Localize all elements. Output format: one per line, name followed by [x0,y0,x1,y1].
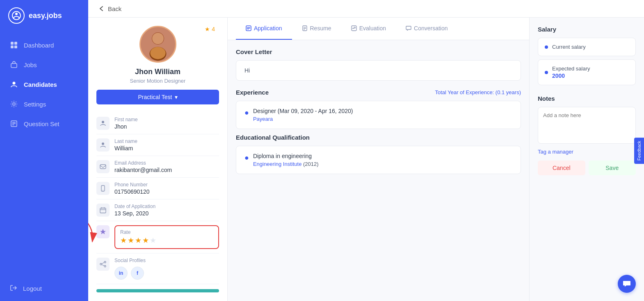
tab-application[interactable]: Application [236,18,292,40]
candidate-header: ★ 4 Jhon William Senior Motion Designer [96,26,219,104]
sidebar-item-settings[interactable]: Settings [0,94,88,114]
candidates-icon [10,80,18,88]
firstname-label: First name [114,117,219,122]
current-salary-card: Current salary [538,38,636,56]
salary-section: Salary Current salary Expected salary 20… [538,26,636,85]
logout-icon [10,284,17,293]
lastname-content: Last name William [114,138,219,152]
logout-label: Logout [23,285,42,292]
logout-button[interactable]: Logout [0,276,88,301]
bottom-bar [96,289,219,292]
cancel-button[interactable]: Cancel [538,161,585,175]
lastname-value: William [114,145,219,152]
star-1[interactable]: ★ [120,236,127,245]
person2-icon [96,138,110,152]
date-content: Date of Application 13 Sep, 2020 [114,204,219,217]
sidebar-item-label-settings: Settings [24,101,46,108]
tab-bar: Application Resume Eva [228,18,529,40]
phone-value: 01750690120 [114,188,219,195]
candidate-info: First name Jhon Last name William [96,113,219,284]
firstname-content: First name Jhon [114,117,219,130]
tab-evaluation[interactable]: Evaluation [341,18,396,40]
save-button[interactable]: Save [589,161,636,175]
info-item-email: Email Address rakibantor@gmail.com [96,156,219,178]
expected-salary-label: Expected salary [552,66,590,72]
sidebar-item-candidates[interactable]: Candidates [0,75,88,94]
tab-conversation[interactable]: Conversation [396,18,458,40]
email-icon [96,160,110,173]
rating-badge: ★ 4 [205,26,215,32]
info-item-phone: Phone Number 01750690120 [96,178,219,199]
exp-content: Designer (Mar 09, 2020 - Apr 16, 2020) P… [253,108,512,122]
experience-note: Total Year of Experience: (0.1 years) [435,89,521,95]
svg-line-32 [102,265,104,266]
star-3[interactable]: ★ [135,236,142,245]
sidebar-item-label-candidates: Candidates [24,81,57,88]
email-content: Email Address rakibantor@gmail.com [114,160,219,173]
feedback-tab[interactable]: Feedback [634,137,644,163]
star-rating[interactable]: ★ ★ ★ ★ ★ [120,236,213,245]
email-label: Email Address [114,160,219,166]
facebook-button[interactable]: f [131,267,144,280]
phone-label: Phone Number [114,182,219,188]
sidebar-item-jobs[interactable]: Jobs [0,55,88,75]
conversation-tab-icon [406,25,411,31]
action-button[interactable]: Practical Test ▾ [96,90,219,104]
tag-manager-link[interactable]: Tag a manager [538,149,636,155]
date-label: Date of Application [114,204,219,209]
star-4[interactable]: ★ [142,236,149,245]
chat-bubble[interactable] [618,275,636,293]
linkedin-button[interactable]: in [114,267,128,280]
back-button[interactable]: Back [98,5,121,12]
sidebar-item-dashboard[interactable]: Dashboard [0,35,88,55]
exp-dot: ● [244,108,249,118]
svg-rect-20 [100,165,106,169]
avatar-image [141,26,175,63]
tab-resume[interactable]: Resume [292,18,341,40]
sidebar: easy.jobs Dashboard Jobs [0,0,88,301]
svg-point-28 [104,261,106,263]
candidate-rating: 4 [212,26,215,32]
email-value: rakibantor@gmail.com [114,167,219,173]
svg-point-16 [152,33,164,44]
edu-year: (2012) [303,161,319,167]
tab-application-label: Application [254,25,282,32]
calendar-icon [96,204,110,217]
sidebar-item-question-set[interactable]: Question Set [0,114,88,134]
info-item-rate: Rate ★ ★ ★ ★ ★ [96,221,219,253]
cover-letter-box: Hi [236,60,521,81]
salary-heading: Salary [538,26,636,33]
svg-point-8 [13,103,15,105]
sidebar-item-label-question-set: Question Set [24,120,59,127]
star-5[interactable]: ★ [150,236,156,245]
svg-point-29 [100,263,102,265]
star-icon [96,225,110,238]
experience-header: Experience Total Year of Experience: (0.… [236,89,521,96]
svg-point-22 [103,190,103,191]
edu-dot: ● [244,153,249,163]
notes-textarea[interactable] [538,107,636,144]
exp-title: Designer (Mar 09, 2020 - Apr 16, 2020) [253,108,512,114]
edu-institute: Engineering Institute [253,161,302,167]
experience-title: Experience [236,89,269,96]
svg-rect-6 [11,63,17,68]
application-content: Cover Letter Hi Experience Total Year of… [228,40,529,187]
star-2[interactable]: ★ [128,236,134,245]
logo: easy.jobs [0,0,88,31]
candidate-title: Senior Motion Designer [96,78,219,84]
experience-item-0: ● Designer (Mar 09, 2020 - Apr 16, 2020)… [236,101,521,129]
current-salary-label: Current salary [552,44,586,50]
tab-resume-label: Resume [310,25,331,32]
avatar [139,26,176,63]
rate-label: Rate [120,229,213,235]
person-icon [96,117,110,130]
chat-icon [622,279,631,288]
edu-sub: Engineering Institute (2012) [253,161,512,167]
svg-rect-4 [11,45,14,48]
svg-point-17 [150,47,165,59]
chevron-down-icon: ▾ [175,94,178,100]
svg-point-1 [15,13,18,15]
svg-line-31 [102,263,104,264]
info-item-social: Social Profiles in f [96,253,219,284]
svg-point-7 [13,82,16,85]
